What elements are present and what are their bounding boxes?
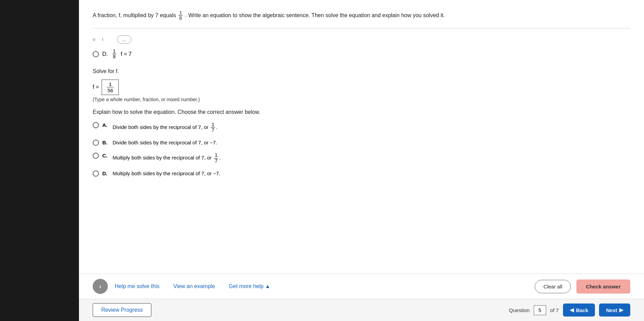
choice-a-text: Divide both sides by the reciprocal of 7… — [113, 122, 217, 133]
of-total: of 7 — [550, 307, 559, 313]
answer-label: f = — [93, 84, 99, 90]
question-label: Question — [509, 307, 530, 313]
choice-c-radio[interactable] — [93, 153, 99, 159]
question-area: A fraction, f, multiplied by 7 equals 1 … — [79, 0, 644, 274]
back-arrow-icon: ◀ — [570, 307, 574, 313]
toolbar-o: o — [93, 37, 95, 42]
divider — [93, 28, 630, 28]
choice-b-row: B. Divide both sides by the reciprocal o… — [93, 140, 630, 146]
toolbar-i: I — [102, 37, 103, 42]
answer-box-row: f = 1 56 — [93, 80, 630, 95]
header-fraction: 1 8 — [179, 10, 183, 21]
choice-b-radio[interactable] — [93, 140, 99, 146]
help-bar: › Help me solve this View an example Get… — [79, 274, 644, 299]
choice-c-letter: C. — [102, 153, 109, 158]
header-text: A fraction, f, multiplied by 7 equals — [93, 12, 176, 18]
choice-d-text: Multiply both sides by the reciprocal of… — [113, 170, 220, 176]
explain-text: Explain how to solve the equation. Choos… — [93, 109, 630, 115]
left-sidebar — [0, 0, 79, 321]
main-content: A fraction, f, multiplied by 7 equals 1 … — [79, 0, 644, 321]
back-label: Back — [576, 307, 588, 313]
more-options-button[interactable]: ... — [117, 35, 131, 44]
question-number-box: 5 — [534, 305, 546, 315]
choice-c-text: Multiply both sides by the reciprocal of… — [113, 153, 221, 164]
back-button[interactable]: ◀ Back — [563, 304, 595, 317]
hint-text: (Type a whole number, fraction, or mixed… — [93, 97, 630, 102]
review-progress-button[interactable]: Review Progress — [93, 303, 151, 317]
next-arrow-icon: ▶ — [619, 307, 623, 313]
choice-a-fraction: 1 7 — [211, 122, 215, 133]
choice-c-row: C. Multiply both sides by the reciprocal… — [93, 153, 630, 164]
choice-c-fraction: 1 7 — [214, 153, 218, 164]
get-more-help-text: Get more help — [229, 283, 263, 289]
view-example-link[interactable]: View an example — [173, 283, 215, 289]
check-answer-button[interactable]: Check answer — [576, 280, 630, 294]
answer-input-box[interactable]: 1 56 — [102, 80, 119, 95]
clear-all-button[interactable]: Clear all — [535, 280, 571, 293]
choice-b-text: Divide both sides by the reciprocal of 7… — [113, 140, 217, 145]
question-nav: Question 5 of 7 ◀ Back Next ▶ — [509, 304, 630, 317]
option-d-equation: f = 7 — [121, 51, 132, 57]
option-d-label-text: D. — [102, 51, 108, 57]
solve-for-text: Solve for f. — [93, 68, 630, 74]
toolbar-row: o I ... — [93, 35, 630, 44]
header-suffix: . Write an equation to show the algebrai… — [185, 12, 445, 18]
answer-numerator: 1 — [107, 81, 114, 87]
next-label: Next — [606, 307, 617, 313]
option-d-row: D. 1 8 f = 7 — [93, 49, 630, 60]
choice-a-radio[interactable] — [93, 122, 99, 128]
help-me-solve-link[interactable]: Help me solve this — [115, 283, 160, 289]
expand-button[interactable]: › — [93, 279, 108, 294]
choice-d-row: D. Multiply both sides by the reciprocal… — [93, 170, 630, 177]
answer-denominator: 56 — [105, 87, 115, 93]
problem-header: A fraction, f, multiplied by 7 equals 1 … — [93, 10, 630, 21]
get-more-help-arrow: ▲ — [265, 283, 271, 289]
choice-b-letter: B. — [102, 140, 109, 145]
option-d-radio[interactable] — [93, 51, 99, 57]
choice-d-radio[interactable] — [93, 170, 99, 177]
choice-a-letter: A. — [102, 122, 109, 128]
option-d-fraction: 1 8 — [112, 49, 116, 60]
choice-a-row: A. Divide both sides by the reciprocal o… — [93, 122, 630, 133]
next-button[interactable]: Next ▶ — [599, 304, 630, 317]
get-more-help-link[interactable]: Get more help ▲ — [229, 283, 270, 289]
choice-d-letter: D. — [102, 170, 109, 176]
footer-bar: Review Progress Question 5 of 7 ◀ Back N… — [79, 299, 644, 321]
